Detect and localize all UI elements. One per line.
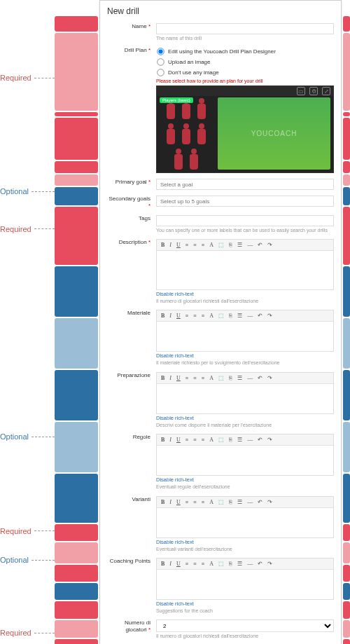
form-panel: New drill Name * The name of this drill …: [99, 0, 342, 644]
plan-designer-preview[interactable]: ▭ ⚙ ⤢ Players (basic) › YOUCOACH: [156, 85, 334, 173]
players-count-select[interactable]: 2: [156, 619, 334, 632]
side-bars-right: [343, 0, 350, 644]
varianti-editor[interactable]: BIU≡≡≡A⬚⎘☰—↶↷: [156, 496, 334, 538]
layers-icon[interactable]: ▭: [297, 87, 305, 95]
side-bars-left: [55, 0, 98, 644]
materiale-editor[interactable]: BIU≡≡≡A⬚⎘☰—↶↷: [156, 310, 334, 352]
disable-richtext-link[interactable]: Disable rich-text: [156, 291, 194, 297]
tags-input[interactable]: [156, 215, 334, 226]
secondary-goals-input[interactable]: [156, 196, 334, 207]
settings-icon[interactable]: ⚙: [309, 87, 318, 95]
name-input[interactable]: [156, 23, 334, 34]
description-editor[interactable]: BIU≡≡≡A⬚⎘☰—↶↷: [156, 239, 334, 290]
plan-none-radio[interactable]: Don't use any image: [156, 68, 334, 77]
regole-editor[interactable]: BIU≡≡≡A⬚⎘☰—↶↷: [156, 434, 334, 476]
page-title: New drill: [107, 6, 334, 16]
plan-upload-radio[interactable]: Upload an image: [156, 57, 334, 67]
coaching-editor[interactable]: BIU≡≡≡A⬚⎘☰—↶↷: [156, 558, 334, 600]
expand-icon[interactable]: ⤢: [322, 87, 330, 95]
annotation-left: Required Optional Required Optional Requ…: [0, 0, 55, 644]
primary-goal-input[interactable]: [156, 179, 334, 190]
preparazione-editor[interactable]: BIU≡≡≡A⬚⎘☰—↶↷: [156, 372, 334, 414]
plan-edit-radio[interactable]: Edit using the Youcoach Drill Plan Desig…: [156, 47, 334, 56]
